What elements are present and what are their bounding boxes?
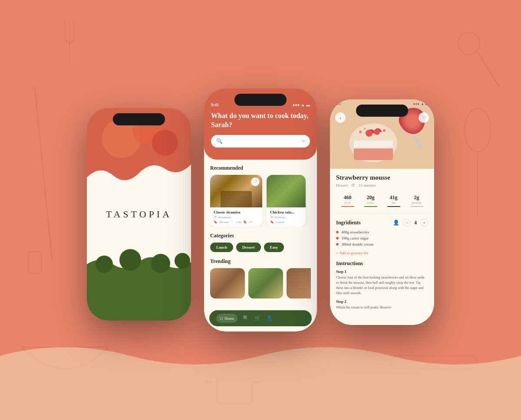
kcal-value: 460	[336, 194, 359, 201]
servings-plus-button[interactable]: +	[420, 219, 428, 226]
favorite-button[interactable]: ♡	[419, 112, 429, 123]
ingredient-dot-2	[336, 237, 339, 240]
search-bar[interactable]: 🔍 ≡	[211, 135, 310, 148]
clock-icon2: ⏱	[270, 216, 273, 219]
nav-home[interactable]: ⌂ Home	[216, 314, 237, 323]
svg-rect-25	[354, 141, 393, 148]
menu-icon: ≡	[302, 138, 305, 144]
trending-item-3[interactable]	[287, 268, 311, 299]
nutrition-carbs: 20g carbs	[359, 193, 382, 209]
categories-row: Lunch Dessert Easy	[210, 243, 311, 252]
recommended-title: Recommended	[210, 165, 311, 171]
bookmark3-icon: 🔖	[270, 220, 274, 224]
svg-point-17	[96, 256, 113, 273]
search-icon: 🔍	[216, 138, 223, 144]
svg-point-32	[364, 128, 366, 130]
ingredient-3: 300ml double cream	[336, 242, 428, 246]
recipe-time: 15 minutes	[359, 183, 376, 187]
step-2-text: Whisk the cream to stiff peaks. Reserve	[336, 305, 428, 310]
add-grocery-button[interactable]: + Add to grocery list	[336, 251, 428, 255]
carbs-value: 20g	[359, 194, 382, 201]
phone-notch-right	[356, 105, 408, 117]
nutrition-fat: 41g fat	[382, 193, 405, 209]
splash-bottom-wave	[87, 243, 191, 321]
nutrition-protein: 2g protein	[405, 193, 428, 209]
ingredient-2: 100g caster sugar	[336, 236, 428, 240]
fat-bar	[387, 206, 400, 207]
trending-item-1[interactable]	[210, 268, 245, 299]
kcal-bar	[341, 206, 354, 207]
nav-profile[interactable]: 👤	[266, 315, 273, 322]
category-lunch[interactable]: Lunch	[210, 243, 233, 252]
nutrition-row: 460 kcal 20g carbs 41g fat	[336, 193, 428, 213]
tiramisu-heart[interactable]: ♡	[251, 177, 260, 186]
status-icons-middle: ●●● ▲ ▬	[293, 103, 310, 107]
wifi-icon-right: ▲	[421, 102, 424, 106]
detail-body: Strawberry mousse Dessert ⏱ 15 minutes 4…	[330, 169, 434, 325]
clock-icon: ⏱	[214, 216, 217, 219]
nutrition-kcal: 460 kcal	[336, 193, 359, 209]
recommended-scroll: ♡ Classic tiramisu ⏱ 30 minutes 🔖	[210, 175, 311, 226]
chicken-body: Chicken sala... ⏱ 20 minu... 🔖 Lunch	[267, 207, 306, 226]
nav-cart[interactable]: 🛒	[254, 315, 261, 322]
logo-text: TASTOPIA	[106, 209, 172, 220]
status-time-middle: 9:41	[211, 102, 219, 107]
splash-logo: TASTOPIA	[106, 209, 172, 220]
ingredient-text-1: 400g strawberries	[341, 230, 369, 234]
svg-point-20	[175, 253, 190, 269]
bookmark-icon: 🔖	[214, 220, 218, 224]
category-easy[interactable]: Easy	[264, 243, 284, 252]
servings-control: 👤 − 4 +	[393, 219, 428, 226]
likes-icon: ♡	[231, 220, 234, 224]
chicken-image	[267, 175, 306, 207]
svg-point-19	[151, 254, 170, 273]
chicken-time: ⏱ 20 minu...	[270, 216, 302, 219]
step-1-label: Step 1	[336, 269, 428, 274]
chicken-card[interactable]: Chicken sala... ⏱ 20 minu... 🔖 Lunch	[267, 175, 306, 226]
category-dessert[interactable]: Dessert	[236, 243, 261, 252]
svg-point-29	[374, 129, 380, 135]
svg-point-28	[366, 130, 373, 137]
chicken-tags: 🔖 Lunch	[270, 220, 302, 224]
carbs-bar	[364, 206, 377, 207]
tiramisu-card[interactable]: ♡ Classic tiramisu ⏱ 30 minutes 🔖	[210, 175, 262, 226]
tiramisu-image: ♡	[210, 175, 262, 207]
protein-label: protein	[405, 201, 428, 205]
profile-nav-icon: 👤	[266, 315, 273, 322]
svg-rect-24	[354, 147, 393, 160]
back-button[interactable]: ‹	[335, 112, 346, 123]
ingredient-1: 400g strawberries	[336, 230, 428, 234]
svg-point-18	[119, 249, 141, 271]
search-nav-icon: 🔍	[243, 315, 249, 322]
battery-icon-right: ▬	[425, 102, 429, 106]
ingredients-section-header: Ingridients 👤 − 4 +	[336, 219, 428, 226]
recipe-category: Dessert	[336, 183, 348, 187]
servings-minus-button[interactable]: −	[403, 219, 411, 226]
clock-icon-detail: ⏱	[351, 183, 355, 187]
splash-screen: TASTOPIA	[87, 108, 191, 321]
ingredients-list: 400g strawberries 100g caster sugar 300m…	[336, 230, 428, 246]
tiramisu-time: ⏱ 30 minutes	[214, 216, 259, 219]
home-nav-label: Home	[224, 316, 234, 321]
bookmark2-icon: 🔖	[243, 220, 247, 224]
fat-value: 41g	[382, 194, 405, 201]
battery-icon: ▬	[306, 103, 310, 107]
carbs-label: carbs	[359, 201, 382, 205]
svg-point-31	[383, 129, 386, 132]
trending-grid	[210, 268, 311, 299]
ingredients-heading: Ingridients	[336, 220, 361, 226]
detail-screen: 9:41 ●●● ▲ ▬ ‹ ♡ Strawberr	[330, 99, 434, 325]
phone-splash: TASTOPIA	[87, 108, 191, 321]
step-1-text: Choose four of the best-looking strawber…	[336, 275, 428, 296]
trending-item-2[interactable]	[248, 268, 283, 299]
signal-icon-right: ●●●	[413, 102, 420, 106]
kcal-label: kcal	[336, 201, 359, 205]
bottom-nav: ⌂ Home 🔍 🛒 👤	[209, 310, 312, 326]
phone-notch-left	[113, 113, 165, 125]
home-greeting: What do you want to cook today, Sarah?	[211, 112, 310, 130]
recipe-subtitle: Dessert ⏱ 15 minutes	[336, 183, 428, 187]
nav-search[interactable]: 🔍	[243, 315, 249, 322]
fat-label: fat	[382, 201, 405, 205]
status-icons-right: ●●● ▲ ▬	[413, 102, 429, 106]
servings-count: 4	[414, 220, 417, 226]
